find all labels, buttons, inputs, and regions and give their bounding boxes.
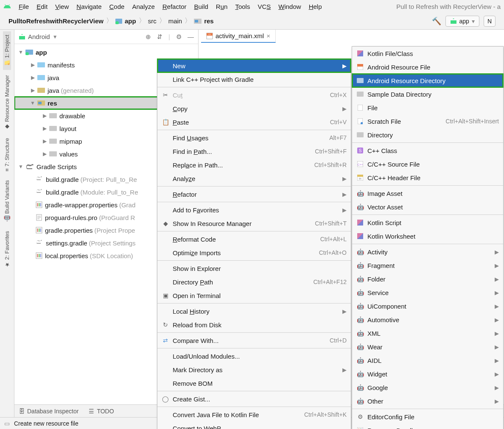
sm-other[interactable]: 🤖Other▶ (352, 394, 503, 408)
menu-code[interactable]: Code (109, 3, 125, 10)
menu-help[interactable]: Help (309, 3, 322, 10)
sm-wear[interactable]: 🤖Wear▶ (352, 340, 503, 354)
cm-create-gist[interactable]: ◯Create Gist... (157, 392, 351, 406)
expand-icon[interactable]: ▶ (30, 62, 36, 68)
sm-automotive[interactable]: 🤖Automotive▶ (352, 313, 503, 326)
cm-add-favorites[interactable]: Add to Favorites▶ (157, 203, 351, 217)
editor-tab[interactable]: <> activity_main.xml × (201, 30, 276, 43)
tool-project[interactable]: 📁1: Project (3, 31, 11, 70)
sm-aidl[interactable]: 🤖AIDL▶ (352, 354, 503, 367)
menu-build[interactable]: Build (194, 3, 208, 10)
sm-editorconfig[interactable]: ⚙EditorConfig File (352, 410, 503, 423)
sm-cpp-header[interactable]: HC/C++ Header File (352, 171, 503, 184)
tool-structure[interactable]: ≡7: Structure (3, 135, 11, 175)
cm-show-explorer[interactable]: Show in Explorer (157, 262, 351, 275)
menu-tools[interactable]: Tools (235, 3, 250, 10)
target-icon[interactable]: ⊕ (146, 33, 151, 41)
gear-icon[interactable]: ⚙ (176, 33, 182, 41)
sm-folder[interactable]: 🤖Folder▶ (352, 272, 503, 286)
hide-icon[interactable]: — (188, 33, 194, 41)
sm-cpp-source[interactable]: C++C/C++ Source File (352, 157, 503, 171)
expand-icon[interactable]: ▶ (42, 138, 48, 144)
cm-remove-bom[interactable]: Remove BOM (157, 376, 351, 390)
cm-convert-webp[interactable]: Convert to WebP... (157, 421, 351, 429)
cm-link-cpp[interactable]: Link C++ Project with Gradle (157, 72, 351, 86)
breadcrumb-item[interactable]: src (148, 17, 157, 25)
breadcrumb-item[interactable]: app (125, 17, 136, 25)
expand-icon[interactable]: ▶ (42, 125, 48, 131)
sm-directory[interactable]: Directory (352, 128, 503, 142)
cm-find-in-path[interactable]: Find in Path...Ctrl+Shift+F (157, 145, 351, 158)
cm-directory-path[interactable]: Directory PathCtrl+Alt+F12 (157, 275, 351, 289)
sm-android-resource-directory[interactable]: Android Resource Directory (352, 74, 503, 87)
cm-mark-directory[interactable]: Mark Directory as▶ (157, 363, 351, 376)
expand-icon[interactable]: ▶ (42, 113, 48, 119)
device-selector[interactable]: N (484, 16, 496, 27)
collapse-icon[interactable]: ⇵ (157, 33, 162, 41)
expand-icon[interactable]: ▶ (30, 87, 36, 93)
tool-resource-manager[interactable]: ◆Resource Manager (3, 72, 11, 134)
tool-favorites[interactable]: ★2: Favorites (3, 228, 11, 271)
menu-run[interactable]: Run (216, 3, 228, 10)
sm-fragment[interactable]: 🤖Fragment▶ (352, 259, 503, 272)
sm-kotlin-worksheet[interactable]: Kotlin Worksheet (352, 229, 503, 243)
cm-reformat[interactable]: Reformat CodeCtrl+Alt+L (157, 232, 351, 246)
cm-open-terminal[interactable]: ▣Open in Terminal (157, 289, 351, 302)
sm-file[interactable]: File (352, 101, 503, 114)
status-frame-icon[interactable]: ▭ (4, 420, 10, 427)
sm-kotlin-file[interactable]: Kotlin File/Class (352, 47, 503, 60)
expand-icon[interactable]: ▼ (18, 49, 24, 55)
cm-cut[interactable]: ✂CutCtrl+X (157, 88, 351, 102)
sm-widget[interactable]: 🤖Widget▶ (352, 367, 503, 381)
menu-edit[interactable]: Edit (36, 3, 48, 10)
cm-convert-kotlin[interactable]: Convert Java File to Kotlin FileCtrl+Alt… (157, 408, 351, 421)
cm-analyze[interactable]: Analyze▶ (157, 172, 351, 185)
cm-refactor[interactable]: Refactor▶ (157, 187, 351, 201)
cm-new[interactable]: New▶ (157, 59, 351, 72)
menu-view[interactable]: View (55, 3, 69, 10)
expand-icon[interactable]: ▼ (30, 100, 36, 106)
project-view-selector[interactable]: Android ▼ (19, 33, 58, 40)
cm-load-unload[interactable]: Load/Unload Modules... (157, 349, 351, 363)
expand-icon[interactable]: ▼ (18, 164, 24, 170)
sm-uicomponent[interactable]: 🤖UiComponent▶ (352, 299, 503, 313)
sm-cpp-class[interactable]: SC++ Class (352, 144, 503, 157)
build-icon[interactable]: 🔨 (432, 17, 441, 26)
sm-scratch-file[interactable]: Scratch FileCtrl+Alt+Shift+Insert (352, 114, 503, 128)
cm-compare-with[interactable]: ⇄Compare With...Ctrl+D (157, 334, 351, 347)
run-config-dropdown[interactable]: app ▾ (445, 16, 479, 27)
cm-local-history[interactable]: Local History▶ (157, 304, 351, 318)
breadcrumb-item[interactable]: PulltoRefreshwithRecyclerView (8, 17, 104, 25)
sm-sample-data-directory[interactable]: Sample Data Directory (352, 87, 503, 101)
expand-icon[interactable]: ▶ (30, 75, 36, 81)
cm-paste[interactable]: 📋PasteCtrl+V (157, 115, 351, 129)
sm-kotlin-script[interactable]: Kotlin Script (352, 216, 503, 229)
sm-google[interactable]: 🤖Google▶ (352, 381, 503, 394)
sm-vector-asset[interactable]: 🤖Vector Asset (352, 200, 503, 214)
menu-analyze[interactable]: Analyze (132, 3, 154, 10)
menu-refactor[interactable]: Refactor (162, 3, 187, 10)
sm-android-resource-file[interactable]: Android Resource File (352, 60, 503, 74)
expand-icon[interactable]: ▶ (42, 151, 48, 157)
cm-replace-in-path[interactable]: Replace in Path...Ctrl+Shift+R (157, 158, 351, 172)
sm-resource-bundle[interactable]: Resource Bundle (352, 423, 503, 429)
cm-find-usages[interactable]: Find UsagesAlt+F7 (157, 131, 351, 145)
cm-copy[interactable]: Copy▶ (157, 102, 351, 115)
tree-item-app[interactable]: ▼ app (14, 46, 198, 58)
sm-service[interactable]: 🤖Service▶ (352, 286, 503, 299)
breadcrumb-item[interactable]: res (204, 17, 214, 25)
cm-optimize-imports[interactable]: Optimize ImportsCtrl+Alt+O (157, 246, 351, 259)
breadcrumb-item[interactable]: main (168, 17, 182, 25)
menu-file[interactable]: File (19, 3, 29, 10)
sm-activity[interactable]: 🤖Activity▶ (352, 245, 503, 259)
tool-database-inspector[interactable]: 🗄Database Inspector (19, 408, 78, 415)
menu-window[interactable]: Window (278, 3, 301, 10)
sm-xml[interactable]: 🤖XML▶ (352, 326, 503, 340)
cm-show-resource-manager[interactable]: ◆Show In Resource ManagerCtrl+Shift+T (157, 217, 351, 230)
tool-todo[interactable]: ☰TODO (89, 408, 114, 415)
close-icon[interactable]: × (266, 32, 270, 39)
menu-navigate[interactable]: Navigate (76, 3, 101, 10)
cm-reload-disk[interactable]: ↻Reload from Disk (157, 318, 351, 332)
menu-vcs[interactable]: VCS (258, 3, 271, 10)
sm-image-asset[interactable]: 🤖Image Asset (352, 187, 503, 200)
